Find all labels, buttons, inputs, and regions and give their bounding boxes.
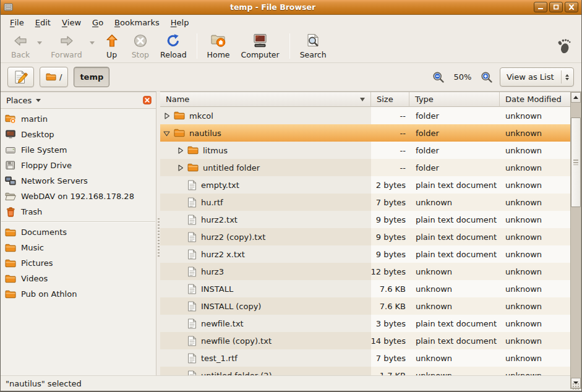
sidebar-item-martin[interactable]: martin	[1, 111, 156, 127]
sidebar-item-trash[interactable]: Trash	[1, 204, 156, 219]
vertical-scrollbar[interactable]	[570, 92, 581, 389]
forward-button[interactable]: Forward	[45, 32, 87, 61]
menu-item-edit[interactable]: Edit	[30, 15, 56, 30]
menu-item-help[interactable]: Help	[165, 15, 195, 30]
menu-mnemonic: H	[171, 18, 177, 27]
file-row-mkcol[interactable]: mkcol--folderunknown	[160, 107, 571, 124]
file-row-litmus[interactable]: litmus--folderunknown	[160, 142, 571, 159]
file-name: hurz3	[201, 267, 224, 276]
sidebar-item-webdav-on-192-168-178-28[interactable]: WebDAV on 192.168.178.28	[1, 189, 156, 204]
file-row-test-1-rtf[interactable]: test_1.rtf7 bytesunknownunknown	[160, 349, 571, 367]
maximize-button[interactable]	[549, 2, 563, 12]
sidebar-item-label: Network Servers	[21, 176, 88, 185]
file-row-hurz2-txt[interactable]: hurz2.txt9 bytesplain text documentunkno…	[160, 211, 571, 228]
view-mode-combo[interactable]: View as List	[500, 67, 574, 87]
expander-collapsed-icon[interactable]	[176, 164, 184, 172]
sidebar-item-documents[interactable]: Documents	[1, 224, 156, 240]
column-header-type[interactable]: Type	[409, 92, 500, 107]
places-selector[interactable]: Places	[6, 96, 32, 105]
zoom-out-button[interactable]	[431, 70, 446, 85]
floppy-icon	[5, 161, 16, 170]
file-row-hu-rtf[interactable]: hu.rtf7 bytesunknownunknown	[160, 194, 571, 211]
file-type: unknown	[409, 349, 500, 367]
sidebar-item-label: Desktop	[21, 130, 54, 139]
menu-item-go[interactable]: Go	[87, 15, 109, 30]
close-button[interactable]	[565, 2, 578, 12]
column-header-size[interactable]: Size	[371, 92, 409, 107]
file-row-hurz2-x-txt[interactable]: hurz2 x.txt9 bytesplain text documentunk…	[160, 245, 571, 263]
reload-button[interactable]: Reload	[155, 32, 192, 61]
toolbar-label: Up	[106, 50, 117, 59]
search-button[interactable]: Search	[294, 32, 332, 61]
sidebar-item-floppy-drive[interactable]: Floppy Drive	[1, 158, 156, 173]
column-header-name[interactable]: Name	[160, 92, 371, 107]
file-row-untitled-folder-2[interactable]: untitled folder (2)1.7 KBunknownunknown	[160, 367, 571, 375]
home-button[interactable]: Home	[202, 32, 236, 61]
menu-item-view[interactable]: View	[56, 15, 87, 30]
zoom-in-button[interactable]	[479, 70, 494, 85]
file-size: --	[371, 159, 409, 176]
resize-grip[interactable]	[572, 383, 580, 390]
back-history-dropdown[interactable]	[35, 34, 44, 55]
sidebar-item-pub-on-athlon[interactable]: Pub on Athlon	[1, 286, 156, 302]
file-row-install[interactable]: INSTALL7.6 KBunknownunknown	[160, 280, 571, 297]
sidebar-item-music[interactable]: Music	[1, 240, 156, 255]
splitter-grip-icon	[158, 218, 160, 258]
file-name: newfile (copy).txt	[201, 336, 272, 346]
file-type: folder	[409, 142, 500, 159]
name-cell: hu.rtf	[160, 194, 371, 211]
file-row-hurz2-copy-txt[interactable]: hurz2 (copy).txt9 bytesplain text docume…	[160, 228, 571, 245]
titlebar[interactable]: temp - File Browser	[1, 0, 581, 15]
menu-item-bookmarks[interactable]: Bookmarks	[109, 15, 165, 30]
file-row-newfile-txt[interactable]: newfile.txt3 bytesplain text documentunk…	[160, 315, 571, 332]
expander-expanded-icon[interactable]	[162, 129, 171, 137]
sidebar-item-desktop[interactable]: Desktop	[1, 127, 156, 142]
menu-item-file[interactable]: File	[4, 15, 30, 30]
sidebar-item-videos[interactable]: Videos	[1, 271, 156, 286]
expander-collapsed-icon[interactable]	[176, 147, 184, 155]
file-row-install-copy[interactable]: INSTALL (copy)7.6 KBunknownunknown	[160, 297, 571, 315]
column-header-date-modified[interactable]: Date Modified	[500, 92, 571, 107]
sidebar-item-pictures[interactable]: Pictures	[1, 255, 156, 271]
computer-button[interactable]: Computer	[236, 32, 285, 61]
scroll-up-button[interactable]	[571, 92, 581, 103]
sidebar-item-label: martin	[21, 114, 48, 124]
toggle-location-entry-button[interactable]	[7, 67, 34, 87]
sidebar-close-button[interactable]	[143, 96, 152, 104]
toolbar-group-up: Up	[98, 32, 126, 61]
stop-button[interactable]: Stop	[126, 32, 155, 61]
file-size: 3 bytes	[371, 315, 409, 332]
sidebar-item-file-system[interactable]: File System	[1, 142, 156, 158]
window-menu-icon[interactable]	[4, 3, 14, 12]
file-date-modified: unknown	[500, 228, 571, 245]
up-button[interactable]: Up	[98, 32, 126, 61]
file-row-nautilus[interactable]: nautilus--folderunknown	[160, 124, 571, 142]
list-header: NameSizeTypeDate Modified	[160, 92, 571, 107]
forward-icon	[59, 34, 75, 48]
file-type: unknown	[409, 280, 500, 297]
places-header: Places	[1, 92, 156, 109]
path-button-root[interactable]: /	[40, 67, 68, 87]
zoom-level[interactable]: 50%	[451, 72, 474, 82]
file-date-modified: unknown	[500, 194, 571, 211]
back-button[interactable]: Back	[6, 32, 35, 61]
scrollbar-thumb[interactable]	[571, 117, 581, 207]
file-row-untitled-folder[interactable]: untitled folder--folderunknown	[160, 159, 571, 176]
column-label: Date Modified	[505, 95, 562, 104]
file-row-newfile-copy-txt[interactable]: newfile (copy).txt14 bytesplain text doc…	[160, 332, 571, 349]
file-row-hurz3[interactable]: hurz312 bytesunknownunknown	[160, 263, 571, 280]
expander-collapsed-icon[interactable]	[162, 112, 171, 120]
file-size: --	[371, 107, 409, 124]
file-row-empty-txt[interactable]: empty.txt2 bytesplain text documentunkno…	[160, 176, 571, 194]
toolbar-group-forward: Forward	[45, 32, 97, 61]
sidebar-item-network-servers[interactable]: Network Servers	[1, 173, 156, 189]
path-button-current[interactable]: temp	[74, 67, 109, 87]
sidebar-item-label: Floppy Drive	[21, 161, 72, 170]
minimize-button[interactable]	[534, 2, 547, 12]
name-cell: hurz2 (copy).txt	[160, 228, 371, 245]
toolbar: BackForwardUpStopReloadHomeComputerSearc…	[1, 30, 581, 63]
file-type: plain text document	[409, 176, 500, 194]
toolbar-group-stop: Stop	[126, 32, 155, 61]
file-type: plain text document	[409, 332, 500, 349]
forward-history-dropdown[interactable]	[88, 34, 96, 55]
